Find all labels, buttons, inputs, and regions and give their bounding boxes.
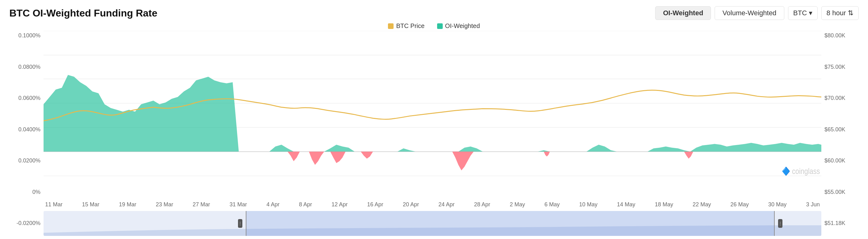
chart-controls: OI-Weighted Volume-Weighted BTC ▾ 8 hour…: [655, 6, 859, 20]
x-label-9: 16 Apr: [367, 201, 383, 208]
scroll-handle-dots-right: ⋮: [778, 221, 782, 226]
scroll-handle-dots: ⋮: [238, 221, 242, 226]
x-label-21: 3 Jun: [806, 201, 820, 208]
y-right-5: $55.00K: [825, 189, 845, 196]
y-left-5: 0%: [32, 189, 40, 196]
y-right-0: $80.00K: [825, 32, 845, 39]
x-label-18: 22 May: [692, 201, 711, 208]
x-label-17: 18 May: [655, 201, 673, 208]
chevron-down-icon: ▾: [809, 9, 812, 17]
y-axis-right: $80.00K $75.00K $70.00K $65.00K $60.00K …: [822, 31, 859, 236]
x-label-7: 8 Apr: [299, 201, 312, 208]
y-right-2: $70.00K: [825, 95, 845, 101]
btc-price-dot: [388, 23, 394, 29]
chart-main: 🔷 coinglass 11 Mar 15 Mar 19 Mar 23 Mar …: [43, 31, 822, 236]
asset-value: BTC: [793, 9, 807, 17]
x-label-1: 15 Mar: [82, 201, 99, 208]
chart-svg: 🔷 coinglass: [43, 31, 822, 200]
y-left-4: 0.0200%: [18, 157, 40, 164]
y-right-4: $60.00K: [825, 157, 845, 164]
x-axis: 11 Mar 15 Mar 19 Mar 23 Mar 27 Mar 31 Ma…: [43, 200, 822, 209]
chevron-updown-icon: ⇅: [848, 9, 854, 17]
x-label-0: 11 Mar: [45, 201, 63, 208]
chart-legend: BTC Price OI-Weighted: [9, 22, 859, 30]
x-label-5: 31 Mar: [229, 201, 247, 208]
svg-text:🔷 coinglass: 🔷 coinglass: [782, 166, 820, 176]
x-label-3: 23 Mar: [156, 201, 173, 208]
y-axis-left: 0.1000% 0.0800% 0.0600% 0.0400% 0.0200% …: [9, 31, 43, 236]
x-label-14: 6 May: [545, 201, 560, 208]
x-label-16: 14 May: [617, 201, 635, 208]
x-label-15: 10 May: [579, 201, 598, 208]
y-right-3: $65.00K: [825, 126, 845, 133]
y-left-3: 0.0400%: [18, 126, 40, 133]
asset-selector[interactable]: BTC ▾: [788, 6, 817, 20]
scroll-right-handle[interactable]: ⋮: [778, 219, 782, 228]
x-axis-labels: 11 Mar 15 Mar 19 Mar 23 Mar 27 Mar 31 Ma…: [43, 201, 822, 208]
x-label-19: 26 May: [731, 201, 749, 208]
x-label-10: 20 Apr: [403, 201, 419, 208]
oi-weighted-tab[interactable]: OI-Weighted: [655, 6, 711, 20]
scroll-left-handle[interactable]: ⋮: [238, 219, 242, 228]
x-label-11: 24 Apr: [438, 201, 455, 208]
chart-header: BTC OI-Weighted Funding Rate OI-Weighted…: [9, 6, 859, 20]
legend-btc-price: BTC Price: [388, 22, 424, 30]
y-left-2: 0.0600%: [18, 95, 40, 101]
x-label-20: 30 May: [768, 201, 786, 208]
x-label-13: 2 May: [509, 201, 525, 208]
x-label-4: 27 Mar: [193, 201, 210, 208]
x-label-2: 19 Mar: [119, 201, 136, 208]
y-left-0: 0.1000%: [18, 32, 40, 39]
oi-weighted-label: OI-Weighted: [445, 22, 480, 30]
scrollbar-area[interactable]: ⋮ ⋮: [43, 211, 822, 236]
x-label-8: 12 Apr: [332, 201, 348, 208]
volume-weighted-tab[interactable]: Volume-Weighted: [715, 6, 784, 20]
y-left-6: -0.0200%: [17, 220, 40, 227]
y-right-1: $75.00K: [825, 64, 845, 70]
oi-weighted-dot: [437, 23, 443, 29]
interval-value: 8 hour: [827, 9, 846, 17]
chart-title: BTC OI-Weighted Funding Rate: [9, 7, 157, 19]
main-container: BTC OI-Weighted Funding Rate OI-Weighted…: [0, 0, 868, 239]
chart-svg-area: 🔷 coinglass: [43, 31, 822, 200]
btc-price-label: BTC Price: [396, 22, 424, 30]
y-right-6: $51.18K: [825, 220, 845, 227]
x-label-12: 28 Apr: [474, 201, 490, 208]
legend-oi-weighted: OI-Weighted: [437, 22, 480, 30]
y-left-1: 0.0800%: [18, 64, 40, 70]
x-label-6: 4 Apr: [266, 201, 279, 208]
chart-area: 0.1000% 0.0800% 0.0600% 0.0400% 0.0200% …: [9, 31, 859, 236]
interval-selector[interactable]: 8 hour ⇅: [822, 6, 859, 20]
scroll-selection: [246, 211, 775, 236]
